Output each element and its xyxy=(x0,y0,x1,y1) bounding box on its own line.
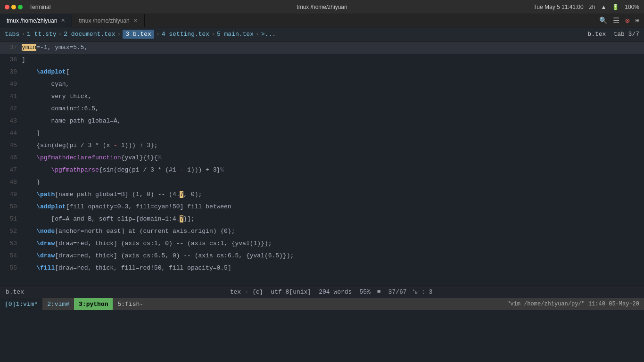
breadcrumb-document-tex-label: 2 document.tex xyxy=(64,31,115,38)
line-num-50: 50 xyxy=(0,201,22,213)
line-content-44: ] xyxy=(22,127,40,140)
status-colon: : xyxy=(421,288,425,296)
line-num-43: 43 xyxy=(0,115,22,127)
line-content-47: \pgfmathparse{sin(deg(pi / 3 * (#1 - 1))… xyxy=(22,164,224,176)
line-num-39: 39 xyxy=(0,66,22,78)
breadcrumb-document-tex[interactable]: 2 document.tex xyxy=(64,31,115,38)
tmux-win-1[interactable]: 2:vim# xyxy=(42,298,74,310)
highlight-ymin: ymin xyxy=(22,44,36,51)
code-line-54: 54 \draw[draw=red, thick] (axis cs:6.5, … xyxy=(0,250,644,262)
line-num-45: 45 xyxy=(0,140,22,152)
tmux-win-2[interactable]: 3:python xyxy=(74,298,113,310)
code-line-46: 46 \pgfmathdeclarefunction{yval}{1}{% xyxy=(0,152,644,164)
tab-1-label: tmux /home/zhiyuan xyxy=(7,17,57,24)
tabs-toolbar-right: 🔍 ☰ ⊗ ⊞ xyxy=(594,14,644,27)
title-bar: Terminal tmux /home/zhiyuan Tue May 5 11… xyxy=(0,0,644,14)
line-num-48: 48 xyxy=(0,176,22,189)
line-content-53: \draw[draw=red, thick] (axis cs:1, 0) --… xyxy=(22,238,272,250)
status-wordcount: 204 words xyxy=(319,288,352,296)
line-content-43: name path global=A, xyxy=(22,115,121,127)
status-center: tex › {c} utf-8[unix] 204 words 55% ≡ 37… xyxy=(230,288,433,296)
battery-level: 100% xyxy=(625,4,639,10)
breadcrumb-main-tex-label: 5 main.tex xyxy=(217,31,254,38)
code-line-50: 50 \addplot[fill opacity=0.3, fill=cyan!… xyxy=(0,201,644,213)
line-content-55: \fill[draw=red, thick, fill=red!50, fill… xyxy=(22,262,231,274)
line-content-51: [of=A and B, soft clip={domain=1:4.7}]; xyxy=(22,213,195,225)
status-col: 3 xyxy=(429,288,432,296)
breadcrumb-tt-sty[interactable]: 1 tt.sty xyxy=(27,31,56,38)
breadcrumb-right-tabinfo: tab 3/7 xyxy=(613,31,639,38)
line-content-46: \pgfmathdeclarefunction{yval}{1}{% xyxy=(22,152,161,164)
tab-1-close[interactable]: ✕ xyxy=(61,17,65,24)
code-line-53: 53 \draw[draw=red, thick] (axis cs:1, 0)… xyxy=(0,238,644,250)
breadcrumb-sep-5: › xyxy=(256,31,259,38)
tmux-bar: [0] 1:vim* 2:vim# 3:python 5:fish- "vim … xyxy=(0,298,644,310)
kw-fill: \fill xyxy=(36,264,55,272)
tmux-win-0-id: [0] xyxy=(5,301,16,308)
title-bar-left: Terminal xyxy=(5,4,50,10)
kw-node: \node xyxy=(36,228,55,235)
line-content-54: \draw[draw=red, thick] (axis cs:6.5, 0) … xyxy=(22,250,294,262)
code-line-41: 41 very thick, xyxy=(0,90,644,103)
expand-icon[interactable]: ⊞ xyxy=(636,16,639,25)
line-content-41: very thick, xyxy=(22,90,91,103)
breadcrumb-sep-3: › xyxy=(156,31,160,38)
close-dot[interactable] xyxy=(5,5,9,9)
title-bar-right: Tue May 5 11:41:00 zh ▲ 🔋 100% xyxy=(533,4,639,10)
search-icon[interactable]: 🔍 xyxy=(599,16,607,25)
code-line-45: 45 {sin(deg(pi / 3 * (x - 1))) + 3}; xyxy=(0,140,644,152)
tab-2-close[interactable]: ✕ xyxy=(133,17,138,24)
code-line-37: 37 ymin=-1, ymax=5.5, xyxy=(0,41,644,54)
maximize-dot[interactable] xyxy=(18,5,23,9)
breadcrumb-more[interactable]: >... xyxy=(261,31,276,38)
menu-icon[interactable]: ☰ xyxy=(613,16,619,25)
tab-2-label: tmux /home/zhiyuan xyxy=(79,17,129,24)
tmux-win-2-label: 3:python xyxy=(79,301,108,308)
breadcrumb-row: tabs › 1 tt.sty › 2 document.tex › 3 b.t… xyxy=(0,27,644,41)
locale: zh xyxy=(589,4,595,10)
traffic-dots xyxy=(5,5,23,9)
code-line-51: 51 [of=A and B, soft clip={domain=1:4.7}… xyxy=(0,213,644,225)
breadcrumb-setting-tex[interactable]: 4 setting.tex xyxy=(162,31,209,38)
battery-icon: 🔋 xyxy=(612,4,619,10)
line-num-47: 47 xyxy=(0,164,22,176)
kw-draw1: \draw xyxy=(36,240,55,247)
breadcrumb-tabs[interactable]: tabs xyxy=(5,31,19,38)
breadcrumb-more-label: >... xyxy=(261,31,276,38)
line-num-38: 38 xyxy=(0,54,22,66)
kw-addplot: \addplot xyxy=(36,68,66,75)
line-num-44: 44 xyxy=(0,127,22,140)
code-line-43: 43 name path global=A, xyxy=(0,115,644,127)
kw-draw2: \draw xyxy=(36,252,55,259)
line-num-51: 51 xyxy=(0,213,22,225)
line-content-45: {sin(deg(pi / 3 * (x - 1))) + 3}; xyxy=(22,140,158,152)
status-filetype: tex xyxy=(230,288,241,296)
window-close-icon[interactable]: ⊗ xyxy=(625,16,630,25)
breadcrumb-right: b.tex tab 3/7 xyxy=(587,31,639,38)
datetime: Tue May 5 11:41:00 xyxy=(533,4,583,10)
line-content-42: domain=1:6.5, xyxy=(22,103,99,115)
tmux-win-1-label: 2:vim# xyxy=(47,301,69,308)
line-content-48: } xyxy=(22,176,40,189)
line-num-55: 55 xyxy=(0,262,22,274)
line-num-41: 41 xyxy=(0,90,22,103)
line-num-37: 37 xyxy=(0,41,22,54)
tmux-win-3[interactable]: 5:fish- xyxy=(113,298,148,310)
status-sep1: › xyxy=(245,288,248,296)
code-line-40: 40 cyan, xyxy=(0,78,644,90)
breadcrumb-tt-sty-label: 1 tt.sty xyxy=(27,31,56,38)
breadcrumb-b-tex-label: 3 b.tex xyxy=(125,31,151,38)
breadcrumb-b-tex[interactable]: 3 b.tex xyxy=(123,30,154,39)
breadcrumb-main-tex[interactable]: 5 main.tex xyxy=(217,31,254,38)
breadcrumb-tabs-label: tabs xyxy=(5,31,19,38)
minimize-dot[interactable] xyxy=(11,5,16,9)
code-line-47: 47 \pgfmathparse{sin(deg(pi / 3 * (#1 - … xyxy=(0,164,644,176)
kw-path: \path xyxy=(36,191,55,198)
tab-1[interactable]: tmux /home/zhiyuan ✕ xyxy=(0,14,72,27)
tmux-win-0[interactable]: [0] 1:vim* xyxy=(0,298,42,310)
line-content-49: \path[name path global=B] (1, 0) -- (4.7… xyxy=(22,189,202,201)
code-area: 37 ymin=-1, ymax=5.5, 38 ] 39 \addplot[ … xyxy=(0,41,644,286)
line-content-52: \node[anchor=north east] at (current axi… xyxy=(22,225,235,238)
tab-2[interactable]: tmux /home/zhiyuan ✕ xyxy=(72,14,144,27)
line-content-39: \addplot[ xyxy=(22,66,69,78)
